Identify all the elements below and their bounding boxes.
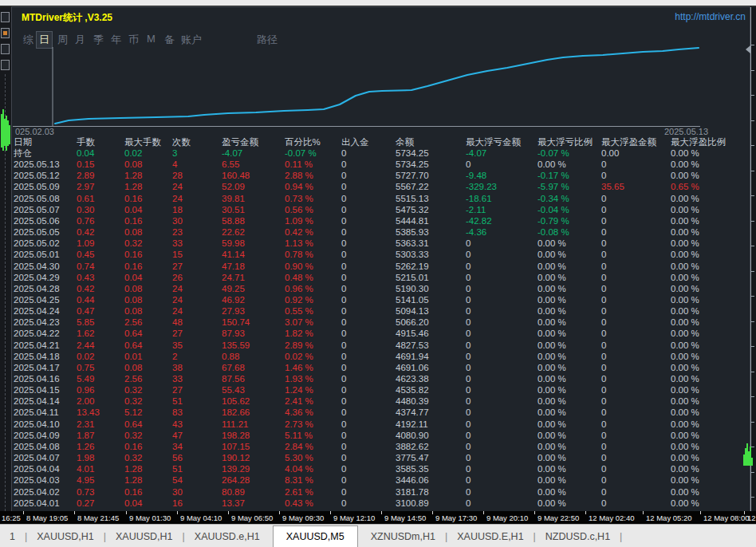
cell: 0.00 % <box>671 374 699 384</box>
cell: 0 <box>466 407 471 418</box>
cell: 2025.05.05 <box>14 227 60 238</box>
toolbar-button-icon[interactable] <box>1 28 10 38</box>
cell: 2025.05.09 <box>14 182 60 192</box>
cell: 0.08 <box>124 295 142 305</box>
cell: 0.15 <box>77 159 94 170</box>
cell: 5094.13 <box>396 306 429 317</box>
cell: 2025.04.01 <box>14 498 60 509</box>
time-tick <box>177 511 178 514</box>
tab-XZNUSDm,H1[interactable]: XZNUSDm,H1 <box>361 527 445 546</box>
cell: 0 <box>601 159 606 170</box>
cell: 0 <box>466 374 471 384</box>
cell: 5.11 % <box>285 431 313 441</box>
cell: 0.00 % <box>671 396 699 407</box>
cell: 0 <box>341 227 346 238</box>
menu-item-日[interactable]: 日 <box>37 32 52 48</box>
time-label: 16:25 <box>2 514 21 522</box>
price-scale[interactable] <box>750 7 756 511</box>
scale-tick <box>751 246 754 246</box>
cell: 8.31 % <box>285 475 313 486</box>
cell: 0.00 % <box>537 407 566 418</box>
menu-item-账户[interactable]: 账户 <box>179 32 204 48</box>
cell: 5.12 <box>124 407 142 418</box>
toolbar-button-icon[interactable] <box>1 60 10 70</box>
cell: 0.00 % <box>671 464 699 474</box>
menu-item-备[interactable]: 备 <box>162 32 177 48</box>
menu-item-币[interactable]: 币 <box>126 32 141 48</box>
toolbar-button-icon[interactable] <box>1 44 10 54</box>
cell: 2025.05.07 <box>14 205 60 215</box>
cell: 5363.31 <box>396 238 429 249</box>
cell: 1.09 <box>77 238 94 249</box>
cell: 2 <box>172 352 177 362</box>
time-label: 9 May 12:10 <box>333 514 375 522</box>
toolbar-button-icon[interactable] <box>1 12 10 22</box>
cell: 5444.81 <box>396 216 429 226</box>
cell: 1.98 <box>77 453 94 463</box>
cell: 4.36 % <box>285 407 313 418</box>
tab-1[interactable]: 1 <box>0 527 25 546</box>
cell: 5141.05 <box>396 295 429 305</box>
cell: 2.31 <box>77 419 94 430</box>
time-label: 8 May 19:05 <box>26 514 68 522</box>
price-scale-arrow-icon <box>746 45 750 53</box>
cell: 0.08 <box>124 227 142 238</box>
menu-item-M[interactable]: M <box>144 32 158 45</box>
cell: 0 <box>466 159 471 170</box>
time-label: 9 May 09:30 <box>282 514 324 522</box>
cell: 0.73 % <box>285 194 313 204</box>
cell: 0.92 % <box>285 295 313 305</box>
tab-XAUUSD,H1[interactable]: XAUUSD,H1 <box>106 527 183 546</box>
cell: 0 <box>341 487 346 498</box>
menu-item-月[interactable]: 月 <box>73 32 88 48</box>
cell: 0.42 <box>77 284 94 294</box>
menu-item-季[interactable]: 季 <box>91 32 106 48</box>
tab-NZDUSD.c,H1[interactable]: NZDUSD.c,H1 <box>536 527 620 546</box>
menu-item-周[interactable]: 周 <box>55 32 70 48</box>
tab-XAUUSD,M5[interactable]: XAUUSD,M5 <box>273 525 358 547</box>
cell: 0.00 % <box>537 352 566 362</box>
cell: 83 <box>172 407 183 418</box>
cell: 0.04 <box>124 273 142 283</box>
cell: 5567.22 <box>396 182 429 192</box>
tab-XAUUSD,H1[interactable]: XAUUSD,H1 <box>27 527 104 546</box>
cell: 0 <box>466 273 471 283</box>
menu-item-综[interactable]: 综 <box>21 32 36 48</box>
time-label: 8 May 21:45 <box>77 514 119 522</box>
scale-tick <box>751 221 754 222</box>
chart-tab-bar: 1|XAUUSD,H1|XAUUSD,H1|XAUUSD.e,H1XAUUSD,… <box>0 524 756 547</box>
cell: 0.00 % <box>671 262 699 272</box>
cell: 0.00 % <box>537 238 566 249</box>
cell: 0 <box>601 295 606 305</box>
cell: 0.16 <box>124 216 142 226</box>
menu-item-年[interactable]: 年 <box>108 32 124 48</box>
cell: 4192.11 <box>396 419 428 430</box>
cell: 0.00 % <box>671 419 699 430</box>
equity-curve-line <box>55 48 699 124</box>
cell: 5066.20 <box>396 317 429 328</box>
tab-XAUUSD.E,H1[interactable]: XAUUSD.E,H1 <box>447 527 533 546</box>
cell: 0 <box>466 363 471 373</box>
cell: 0 <box>601 374 606 384</box>
cell: 0.04 <box>124 498 142 509</box>
cell: 18 <box>172 205 183 215</box>
cell: 0.16 <box>124 442 142 452</box>
cell: 2025.04.30 <box>14 262 60 272</box>
cell: 87.56 <box>222 374 245 384</box>
menu-item-path[interactable]: 路径 <box>254 32 280 48</box>
cell: 0.04 <box>77 148 94 159</box>
tab-XAUUSD.e,H1[interactable]: XAUUSD.e,H1 <box>185 527 270 546</box>
time-tick <box>228 511 229 514</box>
time-tick <box>700 511 701 514</box>
scale-tick <box>751 497 754 498</box>
cell: 26 <box>172 273 183 283</box>
time-label: 9 May 04:10 <box>180 514 222 522</box>
time-tick <box>126 511 127 514</box>
cell: -4.36 <box>466 227 486 238</box>
cell: 0 <box>601 273 606 283</box>
cell: 24.71 <box>222 273 245 283</box>
cell: 1.13 % <box>285 238 313 249</box>
cell: 0 <box>466 340 471 351</box>
cell: 0.88 <box>222 352 239 362</box>
mtdriver-link[interactable]: http://mtdriver.cn <box>675 11 746 22</box>
